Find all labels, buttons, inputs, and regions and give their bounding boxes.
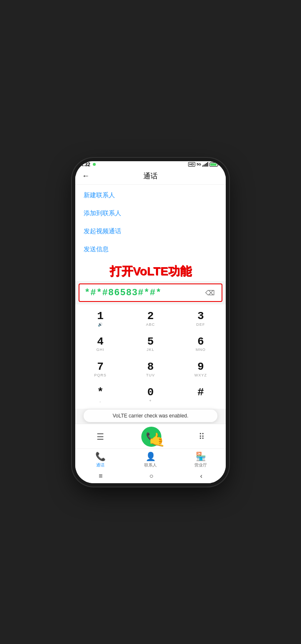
key-hash[interactable]: # (176, 383, 226, 407)
contacts-icon: 👤 (145, 451, 156, 461)
toast-text: VoLTE carrier check was enabled. (112, 413, 188, 419)
key-1-letters: 🔊 (98, 322, 103, 327)
calls-label: 通话 (96, 462, 105, 468)
bottom-nav: 📞 通话 👤 联系人 🏪 营业厅 (75, 448, 226, 470)
status-bar: 4:32 HD 5G (75, 161, 226, 168)
key-star[interactable]: * , (76, 383, 125, 407)
dialer-input-row: *#*#86583#*#* ⌫ (79, 283, 222, 302)
toast-message: VoLTE carrier check was enabled. (84, 410, 217, 422)
add-to-contact-item[interactable]: 添加到联系人 (75, 204, 226, 222)
grid-button[interactable]: ⠿ (194, 430, 210, 443)
calls-icon: 📞 (95, 451, 106, 461)
key-7[interactable]: 7 PQRS (76, 358, 125, 381)
system-home-button[interactable]: ○ (149, 472, 153, 480)
key-7-letters: PQRS (94, 373, 107, 378)
contacts-label: 联系人 (144, 462, 157, 468)
store-icon: 🏪 (196, 451, 206, 461)
key-9-number: 9 (197, 361, 204, 373)
dialer-container: *#*#86583#*#* ⌫ 1 🔊 2 ABC 3 (75, 281, 226, 448)
nav-calls[interactable]: 📞 通话 (75, 451, 125, 468)
key-0-letters: + (149, 399, 152, 404)
key-7-number: 7 (97, 361, 104, 373)
action-menu: 新建联系人 添加到联系人 发起视频通话 发送信息 (75, 185, 226, 260)
keypad-row-1: 1 🔊 2 ABC 3 DEF (75, 306, 226, 332)
hd-badge: HD (188, 162, 196, 167)
key-4[interactable]: 4 GHI (76, 332, 125, 356)
key-3-letters: DEF (196, 322, 205, 327)
nav-contacts[interactable]: 👤 联系人 (125, 451, 176, 468)
key-2-number: 2 (147, 310, 154, 322)
key-hash-number: # (197, 386, 204, 399)
key-star-number: * (97, 386, 104, 399)
back-button[interactable]: ← (82, 172, 89, 180)
page-title: 通话 (143, 171, 158, 181)
menu-button[interactable]: ☰ (92, 430, 109, 443)
key-5[interactable]: 5 JKL (126, 332, 176, 356)
key-8-letters: TUV (146, 373, 155, 378)
network-badge: 5G (196, 162, 201, 166)
battery (209, 162, 219, 167)
keypad-row-2: 4 GHI 5 JKL 6 MNO (75, 332, 226, 357)
volte-banner: 打开VoLTE功能 (75, 260, 226, 281)
store-label: 营业厅 (194, 462, 207, 468)
key-6-number: 6 (197, 336, 204, 348)
status-indicator (93, 163, 96, 166)
key-6-letters: MNO (196, 348, 206, 353)
key-0-number: 0 (147, 386, 154, 399)
key-3[interactable]: 3 DEF (176, 307, 226, 331)
key-9-letters: WXYZ (194, 373, 207, 378)
system-nav: ≡ ○ ‹ (75, 470, 226, 483)
delete-button[interactable]: ⌫ (204, 287, 217, 299)
status-time: 4:32 (80, 162, 90, 167)
key-4-number: 4 (97, 336, 104, 348)
keypad-row-3: 7 PQRS 8 TUV 9 WXYZ (75, 357, 226, 382)
key-3-number: 3 (197, 310, 204, 322)
key-1-number: 1 (97, 310, 104, 322)
grid-icon: ⠿ (199, 432, 205, 442)
system-menu-button[interactable]: ≡ (99, 472, 102, 480)
keypad-row-4: * , 0 + # (75, 382, 226, 408)
volte-title: 打开VoLTE功能 (110, 265, 192, 278)
dialer-input[interactable]: *#*#86583#*#* (84, 288, 204, 298)
hand-icon: 🤙 (149, 432, 166, 448)
key-1[interactable]: 1 🔊 (76, 307, 125, 331)
keypad: 1 🔊 2 ABC 3 DEF 4 GHI (75, 304, 226, 408)
key-0[interactable]: 0 + (126, 383, 176, 407)
key-8[interactable]: 8 TUV (126, 358, 176, 381)
send-message-item[interactable]: 发送信息 (75, 240, 226, 258)
signal-bars (202, 162, 208, 167)
key-8-number: 8 (147, 361, 154, 373)
new-contact-item[interactable]: 新建联系人 (75, 186, 226, 204)
dialer-toolbar: ☰ 📞 🤙 ⠿ (75, 424, 226, 448)
hamburger-icon: ☰ (97, 432, 104, 442)
key-5-number: 5 (147, 336, 154, 348)
key-6[interactable]: 6 MNO (176, 332, 226, 356)
video-call-item[interactable]: 发起视频通话 (75, 222, 226, 240)
key-9[interactable]: 9 WXYZ (176, 358, 226, 381)
system-back-button[interactable]: ‹ (200, 472, 202, 480)
nav-store[interactable]: 🏪 营业厅 (176, 451, 226, 468)
key-star-letters: , (99, 399, 101, 404)
key-2[interactable]: 2 ABC (126, 307, 176, 331)
key-2-letters: ABC (146, 322, 155, 327)
key-4-letters: GHI (96, 348, 104, 353)
key-5-letters: JKL (147, 348, 155, 353)
page-header: ← 通话 (75, 168, 226, 185)
